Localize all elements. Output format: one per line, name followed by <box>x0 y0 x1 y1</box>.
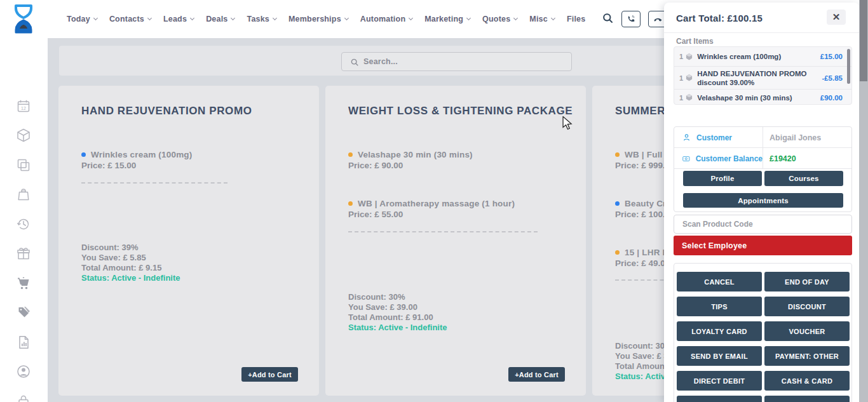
chevron-down-icon <box>466 16 471 20</box>
tips-button[interactable]: TIPS <box>677 297 762 316</box>
nav-marketing-label: Marketing <box>424 15 463 23</box>
gift-icon[interactable] <box>16 246 32 262</box>
action-button-partial[interactable] <box>764 396 850 402</box>
chevron-down-icon <box>231 16 235 20</box>
discount-line: Discount: 39% <box>81 243 180 253</box>
product-item-price: Price: £ 90.00 <box>348 161 403 170</box>
money-icon <box>682 155 690 163</box>
send-by-email-button[interactable]: SEND BY EMAIL <box>677 346 762 366</box>
product-item-price: Price: £ 100.0 <box>615 210 670 219</box>
cart-list-scrollbar[interactable] <box>847 49 850 84</box>
loyalty-card-button[interactable]: LOYALTY CARD <box>677 321 762 341</box>
scrollbar-thumb[interactable] <box>860 0 867 81</box>
customer-link[interactable]: Customer <box>696 133 732 142</box>
close-icon[interactable]: ✕ <box>827 10 846 25</box>
product-item-name: Wrinkles cream (100mg) <box>91 150 192 159</box>
end-of-day-button[interactable]: END OF DAY <box>764 272 850 291</box>
bullet-icon <box>348 201 353 206</box>
bullet-icon <box>615 250 620 255</box>
nav-marketing[interactable]: Marketing <box>424 15 470 23</box>
duplicate-icon[interactable] <box>16 157 32 173</box>
topbar-actions <box>602 0 667 38</box>
shopping-bag-icon[interactable] <box>16 187 32 203</box>
action-button-partial[interactable] <box>677 396 762 402</box>
nav-leads[interactable]: Leads <box>163 15 194 23</box>
tags-icon[interactable] <box>16 305 32 321</box>
phone-down-icon <box>653 15 663 24</box>
direct-debit-button[interactable]: DIRECT DEBIT <box>677 371 762 391</box>
product-item: WB | Aromatherapy massage (1 hour) <box>348 199 515 208</box>
sales-report-icon[interactable] <box>16 335 32 351</box>
status-line: Status: Active - Indefinite <box>81 273 180 283</box>
calendar-icon[interactable]: 12 <box>16 98 32 114</box>
voucher-button[interactable]: VOUCHER <box>764 321 850 341</box>
product-totals: Discount: 39% You Save: £ 5.85 Total Amo… <box>81 243 180 283</box>
nav-deals[interactable]: Deals <box>206 15 234 23</box>
nav-quotes[interactable]: Quotes <box>482 15 517 23</box>
appointments-button[interactable]: Appointments <box>683 193 843 208</box>
product-item-price: Price: £ 55.00 <box>348 210 403 219</box>
nav-contacts-label: Contacts <box>109 15 144 23</box>
product-item-price: Price: £ 999.0 <box>615 161 670 170</box>
divider <box>81 182 227 184</box>
pos-screen: Today Contacts Leads Deals Tasks Members… <box>0 0 868 402</box>
cart-item-row[interactable]: 1 Velashape 30 min (30 mins) £90.00 <box>674 90 851 105</box>
svg-text:12: 12 <box>21 106 26 111</box>
nav-files[interactable]: Files <box>567 15 586 23</box>
product-item-name: Velashape 30 min (30 mins) <box>358 150 473 159</box>
bullet-icon <box>615 201 620 206</box>
item-name-line2: discount 39.00% <box>697 79 754 86</box>
discount-line: Discount: 30% <box>348 292 447 302</box>
you-save-line: You Save: £ 39.00 <box>348 302 447 312</box>
call-button[interactable] <box>621 11 641 27</box>
item-price: -£5.85 <box>822 74 843 82</box>
cart-item-row[interactable]: 1 Wrinkles cream (100mg) £15.00 <box>674 47 851 67</box>
cart-items-list: 1 Wrinkles cream (100mg) £15.00 1 HAND R… <box>674 46 852 105</box>
package-icon[interactable] <box>16 128 32 144</box>
app-logo-icon[interactable] <box>13 4 34 36</box>
courses-button[interactable]: Courses <box>764 171 843 186</box>
package-icon <box>685 74 693 82</box>
cash-and-card-button[interactable]: CASH & CARD <box>764 371 850 391</box>
register-lock-icon[interactable] <box>16 394 32 402</box>
nav-misc[interactable]: Misc <box>529 15 555 23</box>
chevron-down-icon <box>344 16 349 20</box>
item-name: Velashape 30 min (30 mins) <box>697 93 820 102</box>
window-scrollbar[interactable] <box>859 0 868 402</box>
product-card: WEIGHT LOSS & TIGHTENING PACKAGE Velasha… <box>325 86 586 396</box>
customer-name-value[interactable]: Abigail Jones <box>770 127 821 148</box>
scan-product-code-input[interactable] <box>674 215 852 234</box>
select-employee-button[interactable]: Select Employee <box>674 236 852 255</box>
cart-icon[interactable] <box>16 276 32 291</box>
person-icon <box>682 133 691 142</box>
profile-button[interactable]: Profile <box>683 171 762 186</box>
cart-item-row[interactable]: 1 HAND REJUVENATION PROMOdiscount 39.00%… <box>674 67 851 90</box>
discount-button[interactable]: DISCOUNT <box>764 297 850 316</box>
add-to-cart-button[interactable]: +Add to Cart <box>241 367 298 382</box>
product-title: SUMMER <box>615 105 665 117</box>
cart-actions-box: CANCEL END OF DAY TIPS DISCOUNT LOYALTY … <box>674 263 852 402</box>
product-item: Beauty Cre <box>615 199 671 208</box>
package-icon <box>685 53 693 61</box>
search-icon[interactable] <box>602 12 614 27</box>
nav-memberships[interactable]: Memberships <box>288 15 348 23</box>
nav-quotes-label: Quotes <box>482 15 510 23</box>
customer-cell: Customer <box>674 127 763 148</box>
nav-today[interactable]: Today <box>67 15 97 23</box>
history-icon[interactable] <box>16 217 32 232</box>
total-amount-line: Total Amount: £ 91.00 <box>348 312 447 323</box>
cancel-button[interactable]: CANCEL <box>677 272 762 291</box>
search-input[interactable] <box>363 53 567 70</box>
add-to-cart-button[interactable]: +Add to Cart <box>508 367 565 382</box>
divider <box>664 32 859 33</box>
nav-automation[interactable]: Automation <box>360 15 412 23</box>
total-amount-line: Total Amount: £ 9.15 <box>81 263 180 273</box>
account-icon[interactable] <box>16 364 32 380</box>
item-price: £15.00 <box>820 53 843 60</box>
item-qty: 1 <box>679 74 683 82</box>
nav-contacts[interactable]: Contacts <box>109 15 151 23</box>
nav-tasks[interactable]: Tasks <box>247 15 276 23</box>
chevron-down-icon <box>93 16 98 20</box>
payment-other-button[interactable]: PAYMENT: OTHER <box>764 346 850 366</box>
customer-balance-link[interactable]: Customer Balance <box>696 154 763 163</box>
